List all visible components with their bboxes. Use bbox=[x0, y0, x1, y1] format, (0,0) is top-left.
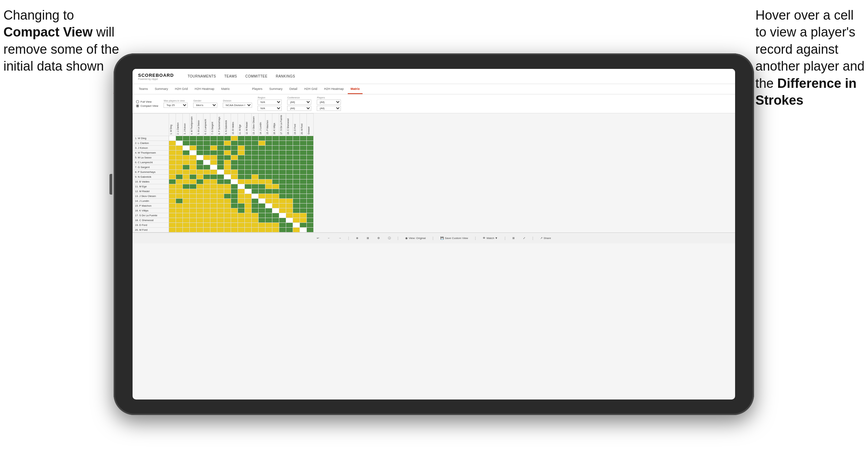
undo-button[interactable]: ↩ bbox=[315, 236, 321, 240]
matrix-cell[interactable] bbox=[307, 141, 314, 146]
matrix-cell[interactable] bbox=[279, 228, 286, 232]
matrix-cell[interactable] bbox=[231, 218, 238, 223]
matrix-cell[interactable] bbox=[265, 170, 272, 175]
matrix-cell[interactable] bbox=[203, 146, 210, 151]
matrix-cell[interactable] bbox=[197, 165, 203, 170]
matrix-cell[interactable] bbox=[272, 136, 279, 141]
matrix-cell[interactable] bbox=[252, 213, 259, 218]
matrix-cell[interactable] bbox=[300, 184, 307, 189]
matrix-cell[interactable] bbox=[176, 218, 183, 223]
matrix-cell[interactable] bbox=[259, 155, 265, 160]
view-original-button[interactable]: ◉ View: Original bbox=[404, 236, 427, 240]
matrix-cell[interactable] bbox=[286, 170, 293, 175]
matrix-cell[interactable] bbox=[252, 146, 259, 151]
matrix-cell[interactable] bbox=[224, 136, 231, 141]
matrix-cell[interactable] bbox=[210, 155, 217, 160]
matrix-cell[interactable] bbox=[272, 179, 279, 184]
matrix-cell[interactable] bbox=[183, 223, 190, 228]
matrix-cell[interactable] bbox=[293, 208, 300, 213]
matrix-cell[interactable] bbox=[203, 204, 210, 208]
matrix-cell[interactable] bbox=[197, 179, 203, 184]
matrix-cell[interactable] bbox=[252, 189, 259, 194]
matrix-cell[interactable] bbox=[272, 165, 279, 170]
matrix-cell[interactable] bbox=[169, 184, 176, 189]
matrix-cell[interactable] bbox=[272, 175, 279, 179]
matrix-cell[interactable] bbox=[293, 170, 300, 175]
matrix-cell[interactable] bbox=[279, 208, 286, 213]
matrix-cell[interactable] bbox=[286, 160, 293, 165]
matrix-cell[interactable] bbox=[265, 175, 272, 179]
matrix-cell[interactable] bbox=[245, 204, 252, 208]
matrix-cell[interactable] bbox=[286, 204, 293, 208]
matrix-cell[interactable] bbox=[307, 184, 314, 189]
matrix-cell[interactable] bbox=[245, 213, 252, 218]
matrix-cell[interactable] bbox=[224, 189, 231, 194]
matrix-cell[interactable] bbox=[176, 151, 183, 155]
matrix-cell[interactable] bbox=[203, 218, 210, 223]
matrix-cell[interactable] bbox=[245, 218, 252, 223]
matrix-cell[interactable] bbox=[300, 228, 307, 232]
matrix-cell[interactable] bbox=[176, 146, 183, 151]
matrix-cell[interactable] bbox=[307, 151, 314, 155]
matrix-cell[interactable] bbox=[286, 175, 293, 179]
matrix-cell[interactable] bbox=[279, 146, 286, 151]
matrix-cell[interactable] bbox=[176, 165, 183, 170]
matrix-cell[interactable] bbox=[169, 218, 176, 223]
nav-teams[interactable]: TEAMS bbox=[224, 74, 237, 78]
matrix-cell[interactable] bbox=[238, 179, 245, 184]
matrix-cell[interactable] bbox=[224, 223, 231, 228]
matrix-cell[interactable] bbox=[293, 146, 300, 151]
matrix-cell[interactable] bbox=[293, 155, 300, 160]
matrix-cell[interactable] bbox=[231, 155, 238, 160]
matrix-cell[interactable] bbox=[238, 141, 245, 146]
matrix-cell[interactable] bbox=[279, 170, 286, 175]
matrix-cell[interactable] bbox=[259, 146, 265, 151]
matrix-cell[interactable] bbox=[238, 165, 245, 170]
matrix-cell[interactable] bbox=[190, 146, 197, 151]
matrix-cell[interactable] bbox=[245, 184, 252, 189]
matrix-cell[interactable] bbox=[203, 175, 210, 179]
matrix-cell[interactable] bbox=[197, 199, 203, 204]
region-select-2[interactable]: N/A bbox=[258, 106, 282, 111]
matrix-cell[interactable] bbox=[272, 204, 279, 208]
matrix-cell[interactable] bbox=[293, 194, 300, 199]
matrix-cell[interactable] bbox=[300, 160, 307, 165]
tab-h2h-heatmap[interactable]: H2H Heatmap bbox=[192, 84, 217, 94]
matrix-cell[interactable] bbox=[265, 208, 272, 213]
matrix-cell[interactable] bbox=[293, 199, 300, 204]
matrix-cell[interactable] bbox=[224, 194, 231, 199]
max-players-select[interactable]: Top 25 bbox=[164, 103, 188, 108]
matrix-cell[interactable] bbox=[203, 155, 210, 160]
matrix-cell[interactable] bbox=[300, 155, 307, 160]
matrix-cell[interactable] bbox=[190, 228, 197, 232]
matrix-cell[interactable] bbox=[245, 208, 252, 213]
matrix-cell[interactable] bbox=[238, 170, 245, 175]
matrix-cell[interactable] bbox=[197, 170, 203, 175]
matrix-cell[interactable] bbox=[300, 218, 307, 223]
matrix-cell[interactable] bbox=[183, 213, 190, 218]
matrix-cell[interactable] bbox=[272, 184, 279, 189]
matrix-cell[interactable] bbox=[203, 213, 210, 218]
tab-h2h-grid[interactable]: H2H Grid bbox=[172, 84, 191, 94]
matrix-cell[interactable] bbox=[176, 199, 183, 204]
matrix-cell[interactable] bbox=[252, 160, 259, 165]
matrix-cell[interactable] bbox=[224, 184, 231, 189]
matrix-cell[interactable] bbox=[183, 160, 190, 165]
matrix-cell[interactable] bbox=[197, 194, 203, 199]
table-view-button[interactable]: ⊞ bbox=[511, 236, 516, 240]
matrix-cell[interactable] bbox=[224, 179, 231, 184]
matrix-cell[interactable] bbox=[197, 218, 203, 223]
matrix-cell[interactable] bbox=[259, 141, 265, 146]
matrix-cell[interactable] bbox=[293, 165, 300, 170]
matrix-cell[interactable] bbox=[300, 170, 307, 175]
matrix-cell[interactable] bbox=[293, 184, 300, 189]
matrix-cell[interactable] bbox=[203, 194, 210, 199]
matrix-cell[interactable] bbox=[252, 223, 259, 228]
tab-players-h2h-heatmap[interactable]: H2H Heatmap bbox=[321, 84, 346, 94]
matrix-cell[interactable] bbox=[245, 199, 252, 204]
matrix-cell[interactable] bbox=[210, 218, 217, 223]
gender-select[interactable]: Men's bbox=[193, 103, 217, 108]
matrix-cell[interactable] bbox=[190, 175, 197, 179]
matrix-cell[interactable] bbox=[259, 204, 265, 208]
matrix-cell[interactable] bbox=[176, 170, 183, 175]
